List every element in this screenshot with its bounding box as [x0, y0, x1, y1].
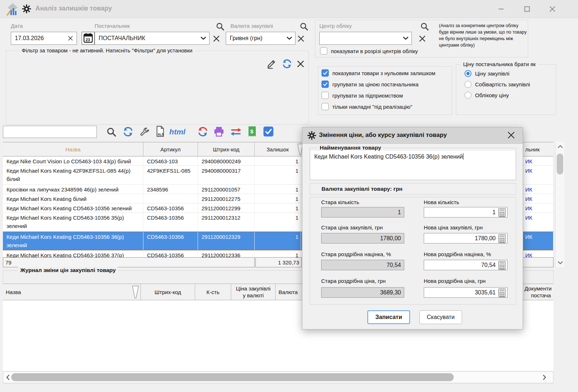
center-clear-icon[interactable]	[418, 34, 427, 43]
currency-caption: Валюта закупівлі товару: грн	[310, 183, 516, 195]
search-icon[interactable]	[106, 126, 117, 138]
horizontal-scrollbar[interactable]	[3, 372, 553, 382]
funnel-icon[interactable]	[131, 285, 140, 301]
scroll-up-icon[interactable]	[557, 143, 563, 150]
refresh-filter-icon[interactable]	[281, 58, 293, 69]
radio-label: Собівартість закупівлі	[475, 81, 530, 87]
calculator-icon[interactable]	[498, 208, 506, 219]
html-label: html	[169, 128, 185, 136]
radio-accounting-price[interactable]: Облікову ціну	[465, 92, 509, 99]
app-window: Аналіз залишків товару Дата 17.03.2026 2…	[0, 0, 578, 392]
print-icon[interactable]	[213, 126, 225, 137]
html-export-icon[interactable]: html	[168, 126, 186, 137]
change-price-dialog: Змінення ціни, або курсу закупівлі товар…	[302, 127, 523, 329]
checkbox-label: тільки накладні "під реалізацію"	[332, 104, 412, 110]
supplier-combobox[interactable]: ПОСТАЧАЛЬНИК	[95, 32, 210, 45]
titlebar: Аналіз залишків товару	[0, 0, 578, 18]
save-button[interactable]: Записати	[367, 310, 410, 324]
cancel-button[interactable]: Скасувати	[419, 310, 462, 324]
checkbox-label: групувати за ціною постачальника	[332, 81, 419, 87]
dialog-close-icon[interactable]	[507, 131, 516, 141]
radio-circle	[465, 92, 471, 99]
minimize-button[interactable]	[496, 4, 506, 14]
column-header-barcode[interactable]: Штрих-код	[198, 142, 255, 156]
multi-select-icon[interactable]	[263, 126, 274, 137]
transfer-icon[interactable]	[229, 126, 243, 137]
refresh-icon[interactable]	[122, 125, 134, 138]
calculator-icon[interactable]	[498, 261, 506, 271]
checkbox-label: групувати за підприємством	[332, 92, 403, 99]
product-filter-caption: Фільтр за товаром - не активний. Натисні…	[20, 47, 195, 53]
checkbox-by-centers[interactable]: показувати в розрізі центрів обліку	[320, 47, 418, 55]
journal-column-price[interactable]: Ціна закупівлі у валюті	[231, 284, 276, 300]
checkbox-label: показувати товари з нульовим залишком	[332, 70, 435, 76]
radio-purchase-price[interactable]: Ціну закупівлі	[465, 70, 509, 77]
journal-title: Журнал зміни цін закупівлі товару	[18, 267, 118, 273]
chevron-down-icon	[403, 35, 409, 42]
supplier-search-icon[interactable]	[215, 22, 225, 31]
checkbox-zero-balance[interactable]: показувати товари з нульовим залишком	[322, 69, 435, 77]
journal-column-docs[interactable]: Документи постача	[520, 284, 553, 300]
radio-label: Ціну закупівлі	[475, 70, 509, 77]
column-header-article[interactable]: Артикул	[143, 142, 198, 156]
calculator-icon[interactable]	[498, 288, 506, 299]
currency-label: Валюта закупівлі	[230, 23, 273, 29]
radio-circle	[465, 81, 471, 88]
old-qty-field: 1	[321, 207, 404, 217]
refresh-prices-icon[interactable]	[197, 125, 209, 138]
center-label: Центр обліку	[319, 23, 352, 29]
close-button[interactable]	[547, 4, 558, 14]
price-tag-icon[interactable]: $	[247, 125, 257, 138]
search-input[interactable]	[3, 126, 97, 138]
checkbox-box	[322, 81, 329, 88]
currency-clear-icon[interactable]	[296, 34, 306, 43]
new-price-label: Нова ціна закупівлі, грн	[424, 224, 483, 231]
journal-column-name[interactable]: Назва	[3, 284, 141, 300]
currency-combobox[interactable]: Гривня (грн)	[226, 32, 296, 45]
journal-column-barcode[interactable]: Штрих-код	[141, 284, 195, 300]
column-header-name[interactable]: Назва	[3, 142, 143, 156]
scroll-thumb[interactable]	[557, 154, 563, 175]
center-search-icon[interactable]	[420, 22, 429, 31]
journal-column-qty[interactable]: К-сть	[195, 284, 231, 300]
window-title: Аналіз залишків товару	[35, 5, 112, 12]
checkbox-group-supplier-price[interactable]: групувати за ціною постачальника	[322, 81, 419, 88]
checkbox-group-enterprise[interactable]: групувати за підприємством	[322, 92, 403, 99]
center-combobox[interactable]	[319, 32, 412, 45]
new-retail-input[interactable]: 3035,61	[424, 287, 508, 298]
clear-date-icon[interactable]	[67, 35, 74, 43]
edit-filter-icon[interactable]	[266, 58, 277, 69]
product-name-input[interactable]: Кеди Michael Kors Keating CD5463-10356 3…	[311, 151, 515, 179]
date-value: 17.03.2026	[15, 35, 44, 42]
chevron-down-icon	[286, 35, 292, 42]
scroll-down-icon[interactable]	[557, 260, 563, 266]
date-input[interactable]: 17.03.2026	[11, 32, 77, 45]
calculator-icon[interactable]	[498, 234, 506, 245]
currency-search-icon[interactable]	[299, 22, 309, 31]
calendar-button[interactable]: 23	[82, 32, 95, 45]
scroll-right-icon[interactable]	[542, 374, 547, 380]
checkbox-label: показувати в розрізі центрів обліку	[331, 48, 418, 54]
xls-export-icon[interactable]: XLS	[155, 125, 165, 138]
scroll-thumb[interactable]	[11, 373, 454, 381]
column-header-supplier[interactable]: льник	[520, 142, 553, 156]
new-qty-input[interactable]: 1	[424, 207, 508, 217]
checkbox-consignment-only[interactable]: тільки накладні "під реалізацію"	[322, 103, 412, 110]
old-markup-label: Стара роздрібна націнка, %	[321, 251, 391, 257]
product-name-group-label: Найменування товару	[318, 145, 383, 151]
checkbox-box	[322, 92, 329, 99]
maximize-button[interactable]	[522, 4, 532, 14]
column-header-qty[interactable]: Залишок	[255, 142, 301, 156]
new-markup-input[interactable]: 70,54	[424, 260, 508, 270]
app-logo-icon	[6, 3, 20, 17]
new-price-input[interactable]: 1780,00	[424, 233, 508, 244]
clear-filter-icon[interactable]	[296, 59, 306, 69]
wrench-icon[interactable]	[139, 126, 150, 138]
scroll-left-icon[interactable]	[5, 374, 10, 380]
vertical-scrollbar[interactable]	[555, 142, 564, 267]
chevron-down-icon	[200, 35, 206, 42]
supplier-clear-icon[interactable]	[212, 34, 221, 43]
radio-cost-price[interactable]: Собівартість закупівлі	[465, 81, 530, 88]
supplier-value: ПОСТАЧАЛЬНИК	[99, 35, 145, 42]
gear-icon	[307, 131, 316, 141]
